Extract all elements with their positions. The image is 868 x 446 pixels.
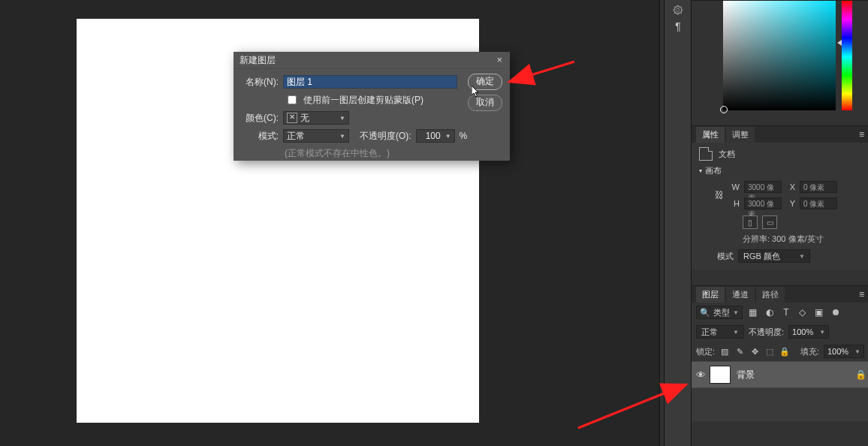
tab-channels[interactable]: 通道 bbox=[726, 287, 755, 303]
x-value[interactable]: 0 像素 bbox=[800, 181, 837, 193]
layer-fill-input[interactable]: 100% ▼ bbox=[824, 345, 864, 358]
no-color-icon: ✕ bbox=[287, 113, 297, 123]
close-icon[interactable]: × bbox=[495, 52, 504, 68]
filter-pixel-icon[interactable]: ▦ bbox=[747, 306, 759, 318]
tab-adjustments[interactable]: 调整 bbox=[726, 127, 755, 143]
resolution-label: 分辨率: 300 像素/英寸 bbox=[743, 234, 861, 245]
opacity-value-field[interactable] bbox=[417, 131, 442, 141]
visibility-toggle-icon[interactable]: 👁 bbox=[692, 369, 710, 381]
chevron-down-icon: ▼ bbox=[799, 253, 805, 260]
color-picker-ring-icon bbox=[720, 106, 728, 113]
lock-position-icon[interactable]: ✥ bbox=[749, 347, 760, 357]
color-mode-select[interactable]: RGB 颜色 ▼ bbox=[738, 249, 810, 263]
layers-panel: 图层 通道 路径 ≡ 🔍 类型 ▼ ▦ ◐ T ◇ ▣ 正常 ▼ 不透明度: bbox=[692, 285, 868, 421]
layer-opacity-value: 100% bbox=[789, 327, 816, 336]
mode-label: 模式: bbox=[241, 130, 279, 143]
paragraph-styles-icon[interactable]: ۞ bbox=[671, 3, 686, 17]
chevron-down-icon: ▼ bbox=[733, 329, 739, 336]
layer-list: 👁 背景 🔒 bbox=[692, 361, 868, 421]
color-field[interactable] bbox=[723, 1, 836, 110]
color-mode-label: 模式 bbox=[717, 251, 734, 262]
canvas-section-label: 画布 bbox=[705, 165, 722, 176]
portrait-orientation-icon[interactable]: ▯ bbox=[743, 215, 758, 229]
layer-fill-value: 100% bbox=[824, 347, 851, 356]
opacity-input[interactable]: ▼ bbox=[416, 129, 455, 143]
glyphs-icon[interactable]: ¶ bbox=[671, 20, 686, 33]
panel-menu-icon[interactable]: ≡ bbox=[859, 289, 864, 300]
layer-name-input[interactable] bbox=[283, 75, 457, 89]
filter-toggle-icon[interactable] bbox=[833, 309, 839, 315]
y-value[interactable]: 0 像素 bbox=[800, 197, 837, 209]
layer-thumbnail[interactable] bbox=[710, 366, 731, 384]
layer-filter-value: 类型 bbox=[713, 307, 730, 318]
chevron-down-icon: ▼ bbox=[851, 348, 863, 355]
color-label: 颜色(C): bbox=[241, 112, 279, 125]
tab-properties[interactable]: 属性 bbox=[696, 127, 725, 143]
dialog-titlebar[interactable]: 新建图层 × bbox=[234, 52, 510, 69]
color-select[interactable]: ✕ 无 ▼ bbox=[283, 111, 349, 125]
layer-opacity-input[interactable]: 100% ▼ bbox=[788, 325, 829, 339]
width-label: W bbox=[731, 182, 740, 191]
x-label: X bbox=[786, 182, 795, 191]
y-label: Y bbox=[786, 199, 795, 208]
document-label: 文档 bbox=[719, 149, 735, 160]
filter-adjustment-icon[interactable]: ◐ bbox=[764, 306, 776, 318]
canvas-section-header[interactable]: ▾ 画布 bbox=[699, 165, 861, 176]
opacity-label: 不透明度(O): bbox=[360, 130, 411, 143]
lock-artboard-icon[interactable]: ⬚ bbox=[764, 347, 775, 357]
height-value[interactable]: 3000 像素 bbox=[744, 197, 782, 209]
lock-pixels-icon[interactable]: ✎ bbox=[734, 347, 745, 357]
layer-blend-select[interactable]: 正常 ▼ bbox=[696, 325, 744, 339]
layer-name[interactable]: 背景 bbox=[737, 369, 852, 381]
chevron-down-icon: ▼ bbox=[442, 133, 454, 140]
name-label: 名称(N): bbox=[241, 76, 279, 89]
layer-opacity-label: 不透明度: bbox=[749, 327, 784, 338]
collapsed-panel-dock: ۞ ¶ bbox=[664, 0, 692, 446]
fill-label: 填充: bbox=[800, 346, 819, 357]
right-panel-stack: 属性 调整 ≡ 文档 ▾ 画布 ⛓ W 3000 像素 X 0 像素 H 300… bbox=[691, 0, 868, 446]
clip-mask-label: 使用前一图层创建剪贴蒙版(P) bbox=[303, 94, 423, 107]
new-layer-dialog: 新建图层 × 确定 取消 名称(N): 使用前一图层创建剪贴蒙版(P) 颜色(C… bbox=[234, 52, 510, 161]
width-value[interactable]: 3000 像素 bbox=[744, 181, 782, 193]
blend-mode-select[interactable]: 正常 ▼ bbox=[283, 129, 349, 143]
lock-all-icon[interactable]: 🔒 bbox=[779, 347, 790, 357]
filter-type-icon[interactable]: T bbox=[780, 306, 792, 318]
properties-panel: 属性 调整 ≡ 文档 ▾ 画布 ⛓ W 3000 像素 X 0 像素 H 300… bbox=[692, 125, 868, 270]
layer-row-background[interactable]: 👁 背景 🔒 bbox=[692, 361, 868, 388]
layer-blend-value: 正常 bbox=[701, 327, 718, 338]
layer-filter-select[interactable]: 🔍 类型 ▼ bbox=[696, 306, 743, 319]
opacity-unit: % bbox=[460, 131, 468, 141]
panel-menu-icon[interactable]: ≡ bbox=[859, 129, 864, 140]
search-icon: 🔍 bbox=[700, 308, 710, 318]
cancel-button[interactable]: 取消 bbox=[468, 95, 502, 111]
document-icon bbox=[699, 147, 713, 161]
mode-value: 正常 bbox=[287, 130, 305, 143]
tab-layers[interactable]: 图层 bbox=[696, 287, 725, 303]
hue-slider[interactable] bbox=[842, 1, 852, 110]
chevron-down-icon: ▼ bbox=[339, 115, 345, 122]
height-label: H bbox=[731, 199, 740, 208]
color-panel bbox=[692, 0, 868, 125]
color-value: 无 bbox=[300, 112, 309, 125]
clip-mask-checkbox[interactable] bbox=[288, 95, 297, 104]
chevron-down-icon: ▼ bbox=[816, 329, 828, 336]
filter-smart-icon[interactable]: ▣ bbox=[813, 306, 825, 318]
neutral-color-hint: (正常模式不存在中性色。) bbox=[285, 147, 502, 160]
tab-paths[interactable]: 路径 bbox=[756, 287, 785, 303]
landscape-orientation-icon[interactable]: ▭ bbox=[762, 215, 777, 229]
link-dimensions-icon[interactable]: ⛓ bbox=[713, 190, 726, 200]
work-area: 新建图层 × 确定 取消 名称(N): 使用前一图层创建剪贴蒙版(P) 颜色(C… bbox=[0, 0, 659, 446]
lock-label: 锁定: bbox=[696, 346, 715, 357]
ok-button[interactable]: 确定 bbox=[468, 74, 502, 90]
filter-shape-icon[interactable]: ◇ bbox=[797, 306, 809, 318]
lock-icon[interactable]: 🔒 bbox=[852, 369, 868, 380]
chevron-down-icon: ▼ bbox=[339, 133, 345, 140]
lock-transparency-icon[interactable]: ▨ bbox=[719, 347, 730, 357]
color-mode-value: RGB 颜色 bbox=[743, 251, 780, 262]
chevron-down-icon: ▾ bbox=[699, 167, 702, 174]
chevron-down-icon: ▼ bbox=[733, 309, 739, 316]
dialog-title: 新建图层 bbox=[240, 52, 276, 68]
